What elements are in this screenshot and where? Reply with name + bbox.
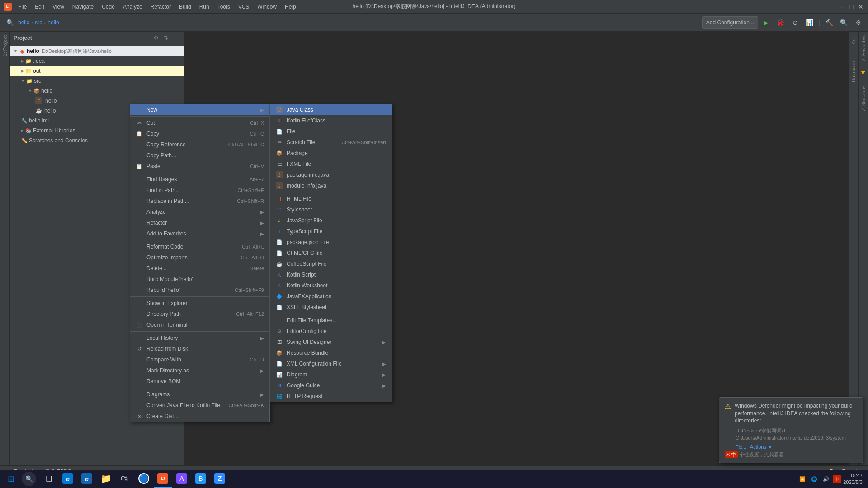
- menu-item-build-module[interactable]: Build Module 'hello': [130, 274, 269, 285]
- tab-database[interactable]: Database: [849, 57, 858, 86]
- new-submenu-http-request[interactable]: 🌐 HTTP Request: [270, 391, 392, 402]
- menu-item-compare-with[interactable]: Compare With... Ctrl+D: [130, 354, 269, 365]
- close-button[interactable]: ✕: [857, 3, 864, 10]
- new-submenu-xml-config[interactable]: 📄 XML Configuration File ▶: [270, 358, 392, 369]
- profile-button[interactable]: 📊: [803, 16, 816, 29]
- new-submenu-package-info[interactable]: J package-info.java: [270, 169, 392, 180]
- menu-item-copy-reference[interactable]: Copy Reference Ctrl+Alt+Shift+C: [130, 139, 269, 150]
- fix-action[interactable]: Fix...: [736, 444, 746, 450]
- menu-item-analyze[interactable]: Analyze ▶: [130, 206, 269, 217]
- menu-item-show-in-explorer[interactable]: Show in Explorer: [130, 298, 269, 309]
- menu-item-rebuild[interactable]: Rebuild 'hello' Ctrl+Shift+F9: [130, 285, 269, 296]
- new-submenu-file[interactable]: 📄 File: [270, 126, 392, 137]
- tree-item-hello-root[interactable]: ▼ ◆ hello D:\Desktop\寒假网课\Java\hello: [10, 46, 184, 56]
- project-settings-icon[interactable]: ⚙: [152, 34, 160, 42]
- taskbar-app-intellij[interactable]: IJ: [154, 470, 172, 488]
- menu-code[interactable]: Code: [98, 3, 118, 11]
- toolbar-icon-settings[interactable]: 🔍: [4, 16, 16, 29]
- taskbar-app-ie[interactable]: e: [78, 470, 96, 488]
- add-configuration-button[interactable]: Add Configuration...: [702, 16, 758, 29]
- taskbar-app-blue[interactable]: B: [192, 470, 210, 488]
- taskbar-app-taskview[interactable]: ❑: [40, 470, 58, 488]
- taskbar-app-chrome[interactable]: 🔵: [135, 470, 153, 488]
- systray-arrow[interactable]: 🔼: [797, 475, 807, 483]
- new-submenu-swing[interactable]: 🖼 Swing UI Designer ▶: [270, 337, 392, 347]
- tab-favorites[interactable]: 2: Favorites: [859, 32, 868, 65]
- menu-window[interactable]: Window: [254, 3, 280, 11]
- search-everywhere-button[interactable]: 🔍: [837, 16, 850, 29]
- settings-button[interactable]: ⚙: [852, 16, 864, 29]
- menu-item-refactor[interactable]: Refactor ▶: [130, 217, 269, 228]
- menu-file[interactable]: File: [14, 3, 30, 11]
- menu-analyze[interactable]: Analyze: [119, 3, 146, 11]
- new-submenu-google-guice[interactable]: G Google Guice ▶: [270, 380, 392, 391]
- start-button[interactable]: ⊞: [2, 470, 20, 488]
- menu-item-reload[interactable]: ↺ Reload from Disk: [130, 343, 269, 354]
- breadcrumb-hello2[interactable]: hello: [47, 19, 59, 26]
- tree-item-out[interactable]: ▶ 📁 out: [10, 66, 184, 76]
- run-button[interactable]: ▶: [760, 16, 773, 29]
- menu-item-reformat[interactable]: Reformat Code Ctrl+Alt+L: [130, 241, 269, 252]
- new-submenu-ts[interactable]: T TypeScript File: [270, 226, 392, 237]
- star-icon[interactable]: ★: [860, 68, 866, 75]
- taskbar-app-explorer[interactable]: 📁: [97, 470, 115, 488]
- new-submenu-javafx[interactable]: 🔷 JavaFXApplication: [270, 291, 392, 302]
- menu-tools[interactable]: Tools: [214, 3, 234, 11]
- new-submenu-pkgjson[interactable]: 📄 package.json File: [270, 237, 392, 248]
- tab-structure[interactable]: Z-Structure: [859, 83, 868, 115]
- menu-item-copy[interactable]: 📋 Copy Ctrl+C: [130, 128, 269, 139]
- systray-volume[interactable]: 🔊: [821, 475, 831, 483]
- new-submenu-edit-templates[interactable]: Edit File Templates...: [270, 315, 392, 326]
- new-submenu-scratch-file[interactable]: ✏ Scratch File Ctrl+Alt+Shift+Insert: [270, 137, 392, 148]
- new-submenu-diagram[interactable]: 📊 Diagram ▶: [270, 369, 392, 380]
- taskbar-app-zoom[interactable]: Z: [211, 470, 229, 488]
- taskbar-search-button[interactable]: 🔍: [22, 472, 36, 486]
- menu-item-new[interactable]: New ▶: [130, 104, 269, 115]
- new-submenu-kotlin-file[interactable]: K Kotlin File/Class: [270, 115, 392, 126]
- new-submenu-kotlin-worksheet[interactable]: K Kotlin Worksheet: [270, 280, 392, 291]
- menu-item-remove-bom[interactable]: Remove BOM: [130, 376, 269, 387]
- new-submenu-kotlin-script[interactable]: K Kotlin Script: [270, 269, 392, 280]
- minimize-button[interactable]: ─: [839, 3, 846, 10]
- project-collapse-icon[interactable]: —: [172, 34, 180, 42]
- new-submenu-fxml[interactable]: 🗃 FXML File: [270, 159, 392, 169]
- build-button[interactable]: 🔨: [823, 16, 835, 29]
- tab-project[interactable]: 1: Project: [1, 32, 9, 60]
- new-submenu-package[interactable]: 📦 Package: [270, 148, 392, 159]
- menu-item-mark-directory[interactable]: Mark Directory as ▶: [130, 365, 269, 376]
- system-clock[interactable]: 15:47 2020/5/3: [843, 472, 863, 486]
- new-submenu-coffee[interactable]: ☕ CoffeeScript File: [270, 258, 392, 269]
- new-submenu-cfml[interactable]: 📄 CFML/CFC file: [270, 248, 392, 258]
- menu-item-convert-java[interactable]: Convert Java File to Kotlin File Ctrl+Al…: [130, 400, 269, 411]
- tab-ant[interactable]: Ant: [849, 33, 858, 48]
- new-submenu-resource[interactable]: 📦 Resource Bundle: [270, 347, 392, 358]
- breadcrumb-src[interactable]: src: [35, 19, 42, 26]
- taskbar-app-purple[interactable]: A: [173, 470, 191, 488]
- new-submenu-module-info[interactable]: J module-info.java: [270, 180, 392, 191]
- tree-item-idea[interactable]: ▶ 📁 .idea: [10, 56, 184, 66]
- menu-help[interactable]: Help: [281, 3, 300, 11]
- menu-item-cut[interactable]: ✂ Cut Ctrl+X: [130, 117, 269, 128]
- systray-ime[interactable]: 中: [833, 475, 841, 483]
- menu-build[interactable]: Build: [175, 3, 195, 11]
- menu-edit[interactable]: Edit: [31, 3, 48, 11]
- menu-item-local-history[interactable]: Local History ▶: [130, 333, 269, 343]
- debug-button[interactable]: 🐞: [774, 16, 787, 29]
- taskbar-app-store[interactable]: 🛍: [116, 470, 134, 488]
- breadcrumb-hello[interactable]: hello: [18, 19, 29, 26]
- menu-item-delete[interactable]: Delete... Delete: [130, 263, 269, 274]
- menu-item-replace-in-path[interactable]: Replace in Path... Ctrl+Shift+R: [130, 196, 269, 206]
- menu-view[interactable]: View: [49, 3, 68, 11]
- menu-refactor[interactable]: Refactor: [147, 3, 175, 11]
- new-submenu-editor-config[interactable]: ⚙ EditorConfig File: [270, 326, 392, 337]
- taskbar-app-edge[interactable]: e: [59, 470, 77, 488]
- menu-item-create-gist[interactable]: ⊙ Create Gist...: [130, 411, 269, 422]
- menu-item-open-terminal[interactable]: ⬛ Open in Terminal: [130, 319, 269, 330]
- new-submenu-js[interactable]: J JavaScript File: [270, 215, 392, 226]
- new-submenu-java-class[interactable]: C Java Class: [270, 104, 392, 115]
- menu-item-diagrams[interactable]: Diagrams ▶: [130, 389, 269, 400]
- menu-navigate[interactable]: Navigate: [69, 3, 97, 11]
- tree-item-src[interactable]: ▼ 📁 src: [10, 76, 184, 86]
- menu-item-paste[interactable]: 📋 Paste Ctrl+V: [130, 161, 269, 172]
- menu-item-add-to-favorites[interactable]: Add to Favorites ▶: [130, 228, 269, 239]
